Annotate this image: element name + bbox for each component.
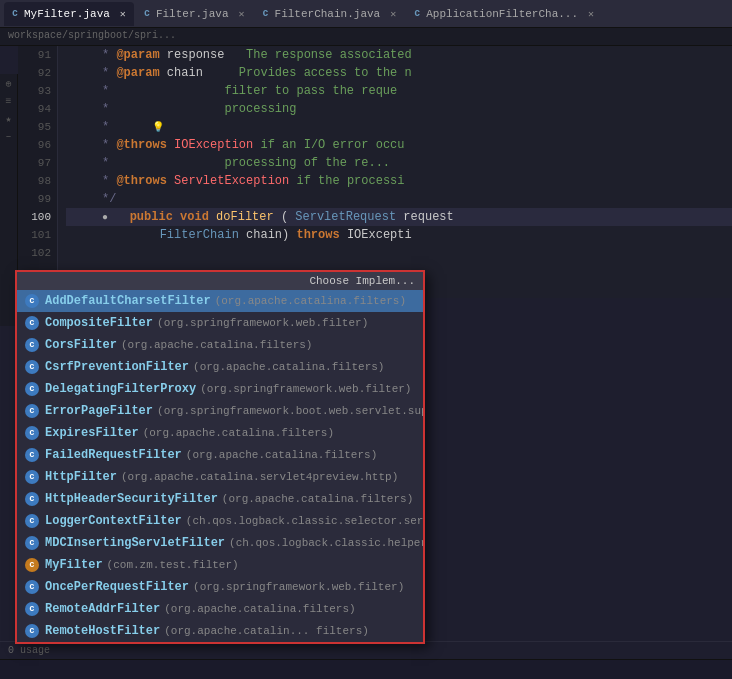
popup-item-httpheadersecurityfilter[interactable]: c HttpHeaderSecurityFilter (org.apache.c… <box>17 488 423 510</box>
item-pkg: (org.apache.catalina.filters) <box>121 339 312 351</box>
class-icon: c <box>25 448 39 462</box>
line-97: 97 <box>18 154 57 172</box>
class-icon: c <box>25 624 39 638</box>
class-icon: c <box>25 360 39 374</box>
tab-appfilterchain-label: ApplicationFilterCha... <box>426 8 578 20</box>
line-91: 91 <box>18 46 57 64</box>
popup-header: Choose Implem... <box>17 272 423 290</box>
line-99: 99 <box>18 190 57 208</box>
code-line-99: */ <box>66 190 732 208</box>
arrow-icon[interactable]: ≡ <box>5 96 11 107</box>
class-icon: c <box>25 558 39 572</box>
class-icon: c <box>25 470 39 484</box>
item-pkg: (org.springframework.boot.web.servlet.su… <box>157 405 423 417</box>
item-name: CsrfPreventionFilter <box>45 360 189 374</box>
item-pkg: (ch.qos.logback.classic.helpers) <box>229 537 423 549</box>
tab-filterchain-label: FilterChain.java <box>275 8 381 20</box>
code-line-100: ● public void doFilter ( ServletRequest … <box>66 208 732 226</box>
class-icon: c <box>25 602 39 616</box>
item-name: RemoteAddrFilter <box>45 602 160 616</box>
code-line-94: * processing <box>66 100 732 118</box>
item-pkg: (org.apache.catalina.filters) <box>215 295 406 307</box>
code-line-97: * processing of the re... <box>66 154 732 172</box>
class-icon: c <box>25 404 39 418</box>
code-line-96: * @throws IOException if an I/O error oc… <box>66 136 732 154</box>
item-pkg: (org.springframework.web.filter) <box>200 383 411 395</box>
popup-item-remoteaddrfilter[interactable]: c RemoteAddrFilter (org.apache.catalina.… <box>17 598 423 620</box>
tab-appfilterchain-icon: c <box>414 8 420 19</box>
popup-item-compositefilter[interactable]: c CompositeFilter (org.springframework.w… <box>17 312 423 334</box>
status-text <box>8 664 14 675</box>
item-pkg: (org.springframework.web.filter) <box>157 317 368 329</box>
tab-bar: c MyFilter.java ✕ c Filter.java ✕ c Filt… <box>0 0 732 28</box>
tab-filter-close[interactable]: ✕ <box>239 8 245 20</box>
tab-myfilter[interactable]: c MyFilter.java ✕ <box>4 2 134 26</box>
tab-filterchain-icon: c <box>263 8 269 19</box>
code-line-101: FilterChain chain) throws IOExcepti <box>66 226 732 244</box>
code-line-93: * filter to pass the reque <box>66 82 732 100</box>
popup-item-adddefaultcharsetfilter[interactable]: c AddDefaultCharsetFilter (org.apache.ca… <box>17 290 423 312</box>
code-line-95: * 💡 <box>66 118 732 136</box>
class-icon: c <box>25 514 39 528</box>
popup-item-delegatingfilterproxy[interactable]: c DelegatingFilterProxy (org.springframe… <box>17 378 423 400</box>
item-name: CompositeFilter <box>45 316 153 330</box>
item-pkg: (com.zm.test.filter) <box>107 559 239 571</box>
popup-item-csrfpreventionfilter[interactable]: c CsrfPreventionFilter (org.apache.catal… <box>17 356 423 378</box>
line-gutter: 91 92 93 94 95 96 97 98 99 100 101 102 <box>18 46 58 298</box>
item-name: ExpiresFilter <box>45 426 139 440</box>
item-pkg: (org.apache.catalina.servlet4preview.htt… <box>121 471 398 483</box>
popup-item-errorpagefilter[interactable]: c ErrorPageFilter (org.springframework.b… <box>17 400 423 422</box>
item-name: LoggerContextFilter <box>45 514 182 528</box>
minus-icon[interactable]: – <box>5 131 11 142</box>
item-name: HttpFilter <box>45 470 117 484</box>
popup-item-httpfilter[interactable]: c HttpFilter (org.apache.catalina.servle… <box>17 466 423 488</box>
popup-item-corsfilter[interactable]: c CorsFilter (org.apache.catalina.filter… <box>17 334 423 356</box>
code-line-91: * @param response The response associate… <box>66 46 732 64</box>
editor-area: 91 92 93 94 95 96 97 98 99 100 101 102 *… <box>18 46 732 298</box>
popup-item-onceperrequestfilter[interactable]: c OncePerRequestFilter (org.springframew… <box>17 576 423 598</box>
breadcrumb: workspace/springboot/spri... <box>0 28 732 46</box>
autocomplete-popup[interactable]: Choose Implem... c AddDefaultCharsetFilt… <box>15 270 425 644</box>
line-94: 94 <box>18 100 57 118</box>
class-icon: c <box>25 294 39 308</box>
item-pkg: (org.apache.catalina.filters) <box>186 449 377 461</box>
tab-myfilter-close[interactable]: ✕ <box>120 8 126 20</box>
tab-myfilter-icon: c <box>12 8 18 19</box>
star-icon[interactable]: ★ <box>5 113 11 125</box>
line-98: 98 <box>18 172 57 190</box>
popup-item-failedrequestfilter[interactable]: c FailedRequestFilter (org.apache.catali… <box>17 444 423 466</box>
status-bar <box>0 659 732 679</box>
bookmark-icon[interactable]: ⊕ <box>5 78 11 90</box>
item-name: MyFilter <box>45 558 103 572</box>
tab-myfilter-label: MyFilter.java <box>24 8 110 20</box>
line-102: 102 <box>18 244 57 262</box>
code-line-92: * @param chain Provides access to the n <box>66 64 732 82</box>
line-96: 96 <box>18 136 57 154</box>
class-icon: c <box>25 426 39 440</box>
tab-appfilterchain-close[interactable]: ✕ <box>588 8 594 20</box>
item-pkg: (ch.qos.logback.classic.selector.servlet… <box>186 515 423 527</box>
tab-filter-icon: c <box>144 8 150 19</box>
class-icon: c <box>25 492 39 506</box>
line-95: 95 <box>18 118 57 136</box>
class-icon: c <box>25 536 39 550</box>
line-101: 101 <box>18 226 57 244</box>
popup-item-mdcinsertingservletfilter[interactable]: c MDCInsertingServletFilter (ch.qos.logb… <box>17 532 423 554</box>
popup-item-myfilter[interactable]: c MyFilter (com.zm.test.filter) <box>17 554 423 576</box>
editor-wrapper: ⊕ ≡ ★ – 91 92 93 94 95 96 97 98 99 100 1… <box>0 46 732 298</box>
item-name: CorsFilter <box>45 338 117 352</box>
popup-item-remotehostfilter[interactable]: c RemoteHostFilter (org.apache.catalin..… <box>17 620 423 642</box>
popup-item-loggercontextfilter[interactable]: c LoggerContextFilter (ch.qos.logback.cl… <box>17 510 423 532</box>
tab-filter[interactable]: c Filter.java ✕ <box>136 2 253 26</box>
code-editor[interactable]: * @param response The response associate… <box>58 46 732 298</box>
item-name: AddDefaultCharsetFilter <box>45 294 211 308</box>
tab-filter-label: Filter.java <box>156 8 229 20</box>
popup-item-expiresfilter[interactable]: c ExpiresFilter (org.apache.catalina.fil… <box>17 422 423 444</box>
item-name: ErrorPageFilter <box>45 404 153 418</box>
tab-appfilterchain[interactable]: c ApplicationFilterCha... ✕ <box>406 2 602 26</box>
tab-filterchain-close[interactable]: ✕ <box>390 8 396 20</box>
tab-filterchain[interactable]: c FilterChain.java ✕ <box>255 2 405 26</box>
class-icon: c <box>25 580 39 594</box>
item-name: MDCInsertingServletFilter <box>45 536 225 550</box>
item-pkg: (org.apache.catalin... filters) <box>164 625 369 637</box>
